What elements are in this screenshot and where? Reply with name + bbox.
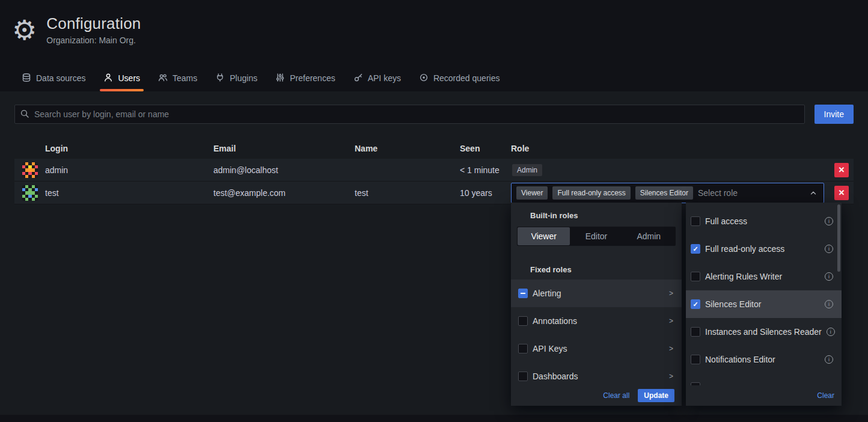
submenu-footer: Clear: [686, 385, 842, 406]
fixed-role-groups: Alerting > Annotations > API Keys > Dash…: [511, 280, 682, 390]
grafana-org-config-page: ⚙ Configuration Organization: Main Org. …: [0, 0, 868, 422]
column-header-email: Email: [213, 144, 355, 153]
actions-cell: ✕: [824, 163, 854, 177]
radio-option-editor[interactable]: Editor: [570, 227, 622, 245]
clear-link[interactable]: Clear: [817, 391, 834, 400]
submenu-item-label: Instances and Silences Reader: [705, 327, 822, 337]
tab-label: Plugins: [230, 73, 257, 83]
submenu-item-label: Notifications Editor: [705, 355, 820, 364]
info-icon: i: [825, 245, 833, 253]
tab-label: Users: [118, 73, 140, 83]
table-header-row: Login Email Name Seen Role: [14, 138, 854, 159]
role-group-alerting[interactable]: Alerting >: [511, 280, 682, 307]
submenu-item-alerting-rules-writer[interactable]: Alerting Rules Writer i: [686, 263, 842, 290]
group-label: API Keys: [533, 344, 664, 353]
user-icon: [103, 73, 113, 84]
submenu-item-full-access[interactable]: Full access i: [686, 207, 842, 235]
submenu-scrollbar[interactable]: [837, 204, 840, 272]
user-email: test@example.com: [213, 188, 355, 198]
close-icon: ✕: [839, 188, 845, 197]
role-badge[interactable]: Admin: [512, 164, 542, 176]
config-tab-bar: Data sources Users Teams Plugins Prefere…: [14, 65, 507, 91]
checkbox-indeterminate-icon[interactable]: [518, 289, 528, 298]
update-button[interactable]: Update: [638, 389, 674, 402]
submenu-item-label: Alerting Rules Writer: [705, 272, 820, 281]
submenu-item-label: Full read-only access: [705, 244, 820, 254]
invite-button[interactable]: Invite: [815, 105, 854, 124]
radio-option-viewer[interactable]: Viewer: [518, 227, 570, 245]
checkbox-unchecked-icon[interactable]: [691, 327, 700, 337]
checkbox-unchecked-icon[interactable]: [518, 316, 528, 326]
role-picker-menu: Built-in roles Viewer Editor Admin Fixed…: [511, 203, 682, 406]
group-label: Alerting: [533, 289, 664, 298]
check-icon: ✓: [692, 301, 698, 308]
search-input[interactable]: [14, 105, 805, 124]
builtin-roles-label: Built-in roles: [530, 210, 682, 222]
user-seen: 10 years: [460, 188, 511, 198]
submenu-item-label: Silences Editor: [705, 299, 820, 309]
role-group-annotations[interactable]: Annotations >: [511, 307, 682, 335]
chevron-right-icon: >: [669, 317, 673, 325]
chevron-right-icon: >: [669, 289, 673, 298]
radio-option-admin[interactable]: Admin: [623, 227, 675, 245]
user-name: test: [355, 188, 460, 198]
table-row: admin admin@localhost < 1 minute Admin ✕: [14, 159, 854, 182]
clear-all-link[interactable]: Clear all: [603, 391, 629, 400]
info-icon: i: [825, 300, 833, 308]
info-icon: i: [825, 217, 833, 225]
tab-api-keys[interactable]: API keys: [346, 65, 408, 91]
actions-cell: ✕: [824, 186, 854, 200]
column-header-login: Login: [45, 144, 213, 153]
users-icon: [158, 73, 168, 84]
key-icon: [353, 73, 363, 84]
checkbox-unchecked-icon[interactable]: [691, 272, 700, 281]
avatar-cell: [14, 162, 45, 178]
group-label: Dashboards: [533, 372, 664, 381]
tab-label: Preferences: [290, 73, 335, 83]
tab-recorded-queries[interactable]: Recorded queries: [412, 65, 507, 91]
search-icon: [20, 109, 29, 121]
tab-plugins[interactable]: Plugins: [208, 65, 264, 91]
submenu-item-instances-and-silences-reader[interactable]: Instances and Silences Reader i: [686, 318, 842, 346]
user-seen: < 1 minute: [460, 165, 511, 175]
delete-user-button[interactable]: ✕: [834, 163, 849, 177]
column-header-role: Role: [511, 144, 824, 153]
user-login: test: [45, 188, 213, 198]
role-picker-select[interactable]: Viewer Full read-only access Silences Ed…: [511, 183, 824, 203]
tab-teams[interactable]: Teams: [151, 65, 204, 91]
chevron-up-icon[interactable]: [809, 189, 818, 197]
tab-preferences[interactable]: Preferences: [268, 65, 342, 91]
user-role-cell[interactable]: Admin: [511, 164, 824, 176]
role-picker-footer: Clear all Update: [511, 385, 682, 406]
selected-role-chip[interactable]: Full read-only access: [552, 186, 630, 200]
delete-user-button[interactable]: ✕: [834, 186, 849, 200]
tab-label: API keys: [368, 73, 401, 83]
submenu-item-silences-editor[interactable]: ✓ Silences Editor i: [686, 290, 842, 318]
page-subtitle: Organization: Main Org.: [46, 35, 141, 45]
select-role-placeholder[interactable]: Select role: [698, 188, 804, 198]
close-icon: ✕: [839, 165, 845, 174]
submenu-item-label: Full access: [705, 216, 820, 226]
role-picker-submenu: Full access i ✓ Full read-only access i …: [686, 203, 842, 406]
selected-role-chip[interactable]: Silences Editor: [635, 186, 693, 200]
tab-data-sources[interactable]: Data sources: [14, 65, 93, 91]
user-search: [14, 105, 805, 124]
info-icon: i: [825, 355, 833, 364]
tab-users[interactable]: Users: [96, 65, 147, 91]
submenu-item-full-read-only-access[interactable]: ✓ Full read-only access i: [686, 235, 842, 263]
checkbox-unchecked-icon[interactable]: [691, 355, 700, 364]
checkbox-unchecked-icon[interactable]: [518, 372, 528, 381]
checkbox-checked-icon[interactable]: ✓: [691, 299, 700, 309]
selected-role-chip[interactable]: Viewer: [516, 186, 548, 200]
database-icon: [22, 73, 31, 84]
tab-label: Data sources: [36, 73, 85, 83]
checkbox-unchecked-icon[interactable]: [691, 216, 700, 226]
checkbox-unchecked-icon[interactable]: [518, 344, 528, 353]
builtin-role-radio-group: Viewer Editor Admin: [517, 227, 676, 246]
tab-label: Teams: [173, 73, 197, 83]
checkbox-checked-icon[interactable]: ✓: [691, 244, 700, 254]
role-group-api-keys[interactable]: API Keys >: [511, 335, 682, 362]
plug-icon: [215, 73, 225, 84]
submenu-item-notifications-editor[interactable]: Notifications Editor i: [686, 346, 842, 373]
page-title: Configuration: [46, 14, 141, 33]
